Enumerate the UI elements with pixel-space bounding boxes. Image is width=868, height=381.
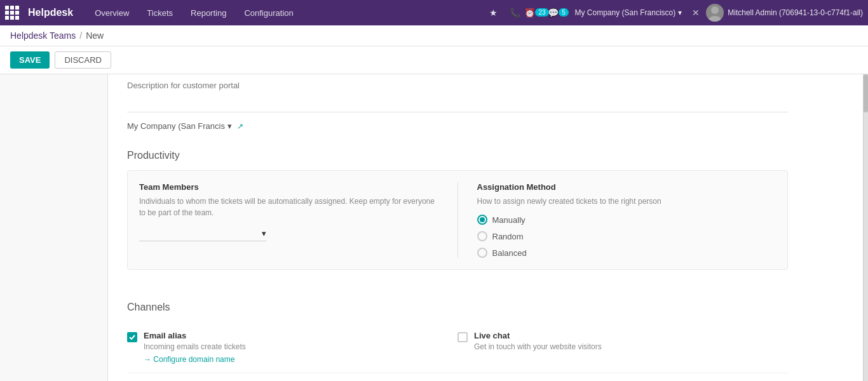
breadcrumb: Helpdesk Teams / New [0,25,868,46]
live-chat-info: Live chat Get in touch with your website… [474,331,602,351]
live-chat-name: Live chat [474,331,602,340]
company-dropdown-arrow: ▾ [678,8,682,17]
channels-heading: Channels [127,289,788,322]
radio-random-label: Random [492,232,524,241]
radio-balanced-label: Balanced [492,248,527,258]
company-field: My Company (San Francis ▾ ↗ [127,112,788,137]
close-button[interactable]: ✕ [689,8,702,18]
chat-icon[interactable]: 💬5 [550,4,567,22]
radio-random-circle [477,231,487,241]
content-area: My Company (San Francis ▾ ↗ Productivity… [108,74,863,381]
phone-icon[interactable]: 📞 [506,4,524,22]
channel-live-chat: Live chat Get in touch with your website… [458,322,788,373]
nav-tickets[interactable]: Tickets [138,0,182,25]
assignation-radio-group: Manually Random Balanced [477,215,776,258]
right-scrollbar[interactable] [863,74,868,381]
top-navbar: Helpdesk Overview Tickets Reporting Conf… [0,0,868,25]
productivity-heading: Productivity [127,137,788,170]
assignation-label: Assignation Method [477,182,776,192]
radio-manually-circle [477,215,487,225]
radio-random[interactable]: Random [477,231,776,241]
company-dropdown[interactable]: My Company (San Francis ▾ [127,121,232,131]
email-alias-name: Email alias [144,331,246,340]
assignation-col: Assignation Method How to assign newly c… [477,182,776,258]
nav-overview[interactable]: Overview [86,0,138,25]
radio-balanced[interactable]: Balanced [477,248,776,258]
team-members-label: Team Members [139,182,438,192]
action-bar: SAVE DISCARD [0,46,868,74]
company-arrow-icon: ▾ [227,121,232,131]
star-icon[interactable]: ★ [485,4,503,22]
channel-api: API [458,373,788,381]
team-members-desc: Individuals to whom the tickets will be … [139,196,438,218]
email-alias-checkbox[interactable] [127,332,137,342]
scrollbar-thumb [864,74,868,112]
content-inner: My Company (San Francis ▾ ↗ Productivity… [108,74,807,381]
avatar [706,4,724,22]
live-chat-desc: Get in touch with your website visitors [474,342,602,351]
assignation-desc: How to assign newly created tickets to t… [477,196,776,207]
members-dropdown-arrow: ▾ [262,229,266,238]
channels-grid: Email alias Incoming emails create ticke… [127,322,788,381]
apps-icon[interactable] [5,6,19,20]
radio-balanced-circle [477,248,487,258]
configure-domain-link[interactable]: → Configure domain name [144,355,246,364]
live-chat-checkbox[interactable] [458,332,468,342]
description-input[interactable] [127,81,788,100]
description-field [127,74,788,112]
user-info[interactable]: Mitchell Admin (706941-13-0-c774f1-all) [728,8,863,17]
svg-point-1 [709,16,721,22]
breadcrumb-separator: / [79,30,82,41]
save-button[interactable]: SAVE [10,51,50,69]
nav-configuration[interactable]: Configuration [235,0,302,25]
breadcrumb-current: New [86,30,104,41]
clock-icon[interactable]: ⏰23 [528,4,546,22]
svg-point-0 [711,6,719,14]
email-alias-info: Email alias Incoming emails create ticke… [144,331,246,364]
discard-button[interactable]: DISCARD [55,51,111,69]
productivity-grid: Team Members Individuals to whom the tic… [127,170,788,270]
company-selector[interactable]: My Company (San Francisco) ▾ [571,8,686,17]
team-members-dropdown[interactable]: ▾ [139,226,266,241]
channel-website-form: Website Form [127,373,458,381]
brand-name: Helpdesk [28,7,73,18]
navbar-right: ★ 📞 ⏰23 💬5 My Company (San Francisco) ▾ … [485,4,864,22]
company-value: My Company (San Francis [127,121,225,131]
main-container: My Company (San Francis ▾ ↗ Productivity… [0,74,868,381]
email-alias-desc: Incoming emails create tickets [144,342,246,351]
company-name: My Company (San Francisco) [575,8,676,17]
nav-reporting[interactable]: Reporting [182,0,235,25]
radio-manually[interactable]: Manually [477,215,776,225]
prod-divider [458,182,458,258]
app-brand[interactable]: Helpdesk [5,6,73,20]
clock-badge: 23 [535,8,548,17]
team-members-col: Team Members Individuals to whom the tic… [139,182,438,258]
radio-manually-label: Manually [492,215,526,225]
sidebar [0,74,108,381]
breadcrumb-parent[interactable]: Helpdesk Teams [10,30,76,41]
chat-badge: 5 [559,8,569,17]
external-link-icon[interactable]: ↗ [237,122,243,131]
channel-email-alias: Email alias Incoming emails create ticke… [127,322,458,373]
nav-links: Overview Tickets Reporting Configuration [86,0,484,25]
